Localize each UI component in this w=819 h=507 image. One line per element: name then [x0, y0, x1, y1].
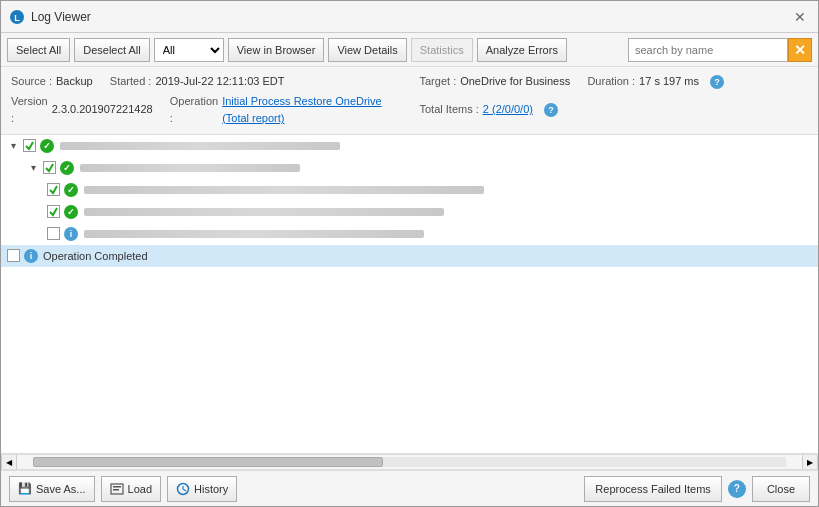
version-value: 2.3.0.201907221428	[52, 101, 153, 119]
close-button[interactable]: Close	[752, 476, 810, 502]
scrollbar-thumb[interactable]	[33, 457, 383, 467]
checkbox[interactable]	[7, 249, 20, 262]
tree-row[interactable]: ✓	[1, 179, 818, 201]
status-green-icon: ✓	[40, 139, 54, 153]
load-icon	[110, 482, 124, 496]
toolbar: Select All Deselect All All Errors Warni…	[1, 33, 818, 67]
duration-label: Duration :	[587, 73, 635, 91]
select-all-button[interactable]: Select All	[7, 38, 70, 62]
load-label: Load	[128, 483, 152, 495]
save-as-label: Save As...	[36, 483, 86, 495]
tree-row[interactable]: ▾ ✓	[1, 135, 818, 157]
deselect-all-button[interactable]: Deselect All	[74, 38, 149, 62]
history-button[interactable]: History	[167, 476, 237, 502]
source-label: Source :	[11, 73, 52, 91]
checkbox[interactable]	[47, 227, 60, 240]
operation-label: Operation :	[170, 93, 218, 128]
bottom-bar: 💾 Save As... Load History Reprocess Fail…	[1, 470, 818, 506]
status-green-icon: ✓	[64, 205, 78, 219]
app-icon: L	[9, 9, 25, 25]
target-label: Target :	[420, 73, 457, 91]
window-title: Log Viewer	[31, 10, 91, 24]
info-target-row: Target : OneDrive for Business Duration …	[420, 73, 809, 91]
save-as-button[interactable]: 💾 Save As...	[9, 476, 95, 502]
total-items-value[interactable]: 2 (2/0/0/0)	[483, 101, 533, 119]
checkbox[interactable]	[23, 139, 36, 152]
scrollbar-track[interactable]	[33, 457, 786, 467]
log-viewer-window: L Log Viewer ✕ Select All Deselect All A…	[0, 0, 819, 507]
search-input[interactable]	[628, 38, 788, 62]
svg-rect-4	[113, 489, 119, 491]
horizontal-scrollbar[interactable]: ◀ ▶	[1, 454, 818, 470]
info-total-row: Total Items : 2 (2/0/0/0) ?	[420, 93, 809, 128]
checkbox[interactable]	[43, 161, 56, 174]
status-info-icon: i	[24, 249, 38, 263]
search-clear-button[interactable]: ✕	[788, 38, 812, 62]
total-items-label: Total Items :	[420, 101, 479, 119]
checkbox[interactable]	[47, 183, 60, 196]
info-source-row: Source : Backup Started : 2019-Jul-22 12…	[11, 73, 400, 91]
tree-row-selected[interactable]: i Operation Completed	[1, 245, 818, 267]
load-button[interactable]: Load	[101, 476, 161, 502]
row-label-blurred	[84, 186, 484, 194]
duration-value: 17 s 197 ms	[639, 73, 699, 91]
view-in-browser-button[interactable]: View in Browser	[228, 38, 325, 62]
view-details-button[interactable]: View Details	[328, 38, 406, 62]
scroll-left-button[interactable]: ◀	[1, 454, 17, 470]
svg-text:L: L	[14, 13, 20, 23]
tree-row[interactable]: ✓	[1, 201, 818, 223]
statistics-button: Statistics	[411, 38, 473, 62]
operation-value[interactable]: Initial Process Restore OneDrive (Total …	[222, 93, 399, 128]
source-value: Backup	[56, 73, 93, 91]
info-panel: Source : Backup Started : 2019-Jul-22 12…	[1, 67, 818, 135]
reprocess-button[interactable]: Reprocess Failed Items	[584, 476, 722, 502]
version-label: Version :	[11, 93, 48, 128]
operation-completed-label: Operation Completed	[43, 250, 148, 262]
checkbox[interactable]	[47, 205, 60, 218]
window-close-button[interactable]: ✕	[790, 7, 810, 27]
row-label-blurred	[84, 208, 444, 216]
tree-row[interactable]: ▾ ✓	[1, 157, 818, 179]
row-label-blurred	[80, 164, 300, 172]
status-info-icon: i	[64, 227, 78, 241]
history-label: History	[194, 483, 228, 495]
save-icon: 💾	[18, 482, 32, 495]
row-label-blurred	[60, 142, 340, 150]
row-label-blurred	[84, 230, 424, 238]
bottom-bar-right: Reprocess Failed Items ? Close	[584, 476, 810, 502]
svg-rect-3	[113, 486, 121, 488]
reprocess-help-icon[interactable]: ?	[728, 480, 746, 498]
tree-row[interactable]: i	[1, 223, 818, 245]
status-green-icon: ✓	[64, 183, 78, 197]
duration-help-icon[interactable]: ?	[710, 75, 724, 89]
search-box: ✕	[628, 38, 812, 62]
title-bar: L Log Viewer ✕	[1, 1, 818, 33]
target-value: OneDrive for Business	[460, 73, 570, 91]
started-value: 2019-Jul-22 12:11:03 EDT	[155, 73, 284, 91]
filter-dropdown[interactable]: All Errors Warnings Info	[154, 38, 224, 62]
info-version-row: Version : 2.3.0.201907221428 Operation :…	[11, 93, 400, 128]
total-items-help-icon[interactable]: ?	[544, 103, 558, 117]
title-bar-left: L Log Viewer	[9, 9, 91, 25]
analyze-errors-button[interactable]: Analyze Errors	[477, 38, 567, 62]
expand-icon[interactable]: ▾	[5, 138, 21, 154]
tree-area[interactable]: ▾ ✓ ▾ ✓ ✓ ✓	[1, 135, 818, 454]
history-icon	[176, 482, 190, 496]
started-label: Started :	[110, 73, 152, 91]
scroll-right-button[interactable]: ▶	[802, 454, 818, 470]
expand-icon[interactable]: ▾	[25, 160, 41, 176]
status-green-icon: ✓	[60, 161, 74, 175]
